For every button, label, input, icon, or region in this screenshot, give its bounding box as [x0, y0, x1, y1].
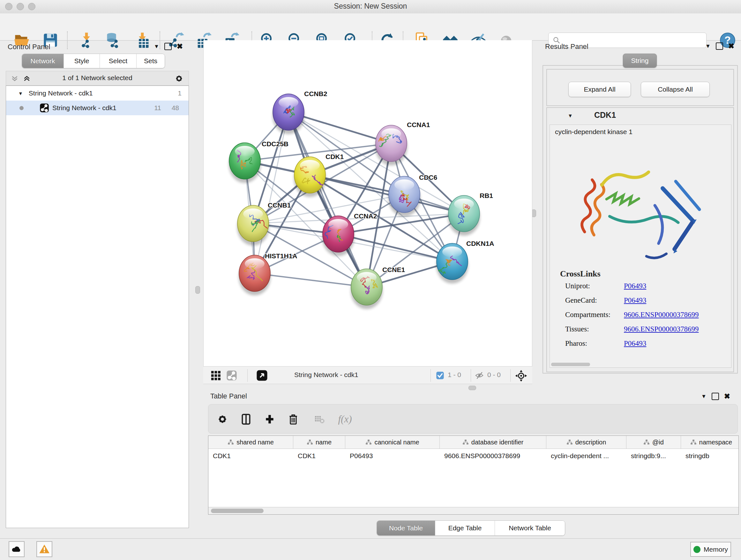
- tab-style[interactable]: Style: [64, 54, 100, 68]
- warning-button[interactable]: [37, 541, 52, 557]
- column-header-canonical-name[interactable]: canonical name: [345, 436, 440, 449]
- node-HIST1H1A[interactable]: [239, 255, 271, 295]
- network-node-count: 11: [154, 104, 161, 112]
- table-cell: CDK1: [208, 449, 293, 463]
- splitter-handle-bottom[interactable]: [468, 386, 476, 390]
- node-CCNE1[interactable]: [351, 269, 383, 309]
- results-close-icon[interactable]: ✖: [728, 43, 734, 49]
- fit-content-crosshair-icon[interactable]: [515, 369, 528, 382]
- crosslink-link[interactable]: P06493: [624, 296, 646, 305]
- crosslink-link[interactable]: P06493: [624, 339, 646, 348]
- network-view-icon[interactable]: [226, 370, 237, 381]
- crosslink-label: GeneCard:: [565, 296, 597, 305]
- node-CDC6[interactable]: [388, 176, 420, 216]
- birdseye-view-icon[interactable]: [256, 370, 268, 381]
- node-label-RB1: RB1: [480, 192, 493, 199]
- table-hscrollbar[interactable]: [208, 507, 738, 514]
- network-row[interactable]: String Network - cdk1 11 48: [6, 101, 189, 115]
- node-CDK1[interactable]: [294, 157, 326, 197]
- crosslink-link[interactable]: P06493: [624, 282, 646, 290]
- table-cell: CDK1: [293, 449, 345, 463]
- gene-details-box: cyclin-dependent kinase 1 CrossLinks: [549, 125, 731, 368]
- add-column-icon[interactable]: [261, 411, 278, 428]
- memory-label: Memory: [704, 546, 728, 553]
- memory-status-dot: [693, 546, 700, 553]
- edge-CCNB2-CCNE1[interactable]: [288, 112, 367, 287]
- column-header--id[interactable]: @id: [626, 436, 681, 449]
- node-label-CDKN1A: CDKN1A: [466, 240, 494, 247]
- node-CCNB1[interactable]: [237, 205, 269, 246]
- network-selection-count: 1 of 1 Network selected: [6, 74, 189, 82]
- delete-table-icon: [311, 411, 328, 428]
- edge-HIST1H1A-CCNE1[interactable]: [255, 273, 367, 287]
- tab-select[interactable]: Select: [100, 54, 137, 68]
- memory-button[interactable]: Memory: [690, 542, 731, 557]
- table-cell: stringdb: [681, 449, 739, 463]
- tab-string[interactable]: String: [623, 54, 657, 68]
- table-float-icon[interactable]: ▼: [701, 393, 706, 400]
- function-builder-fx: f(x): [332, 411, 358, 428]
- footer-statusbar: Memory: [0, 538, 741, 560]
- tab-network[interactable]: Network: [22, 54, 64, 68]
- hidden-eye-icon: [475, 371, 484, 380]
- results-panel: Results Panel ▼ ✖ String Expand All Coll…: [537, 40, 741, 391]
- results-maximize-icon[interactable]: [716, 43, 723, 50]
- column-header-namespace[interactable]: namespace: [681, 436, 739, 449]
- node-RB1[interactable]: [448, 195, 480, 236]
- node-label-CDK1: CDK1: [326, 153, 344, 160]
- node-CCNA1[interactable]: [375, 125, 407, 165]
- network-name: String Network - cdk1: [52, 104, 117, 112]
- collection-name: String Network - cdk1: [29, 89, 93, 97]
- column-header-name[interactable]: name: [293, 436, 345, 449]
- column-header-database-identifier[interactable]: database identifier: [440, 436, 546, 449]
- column-header-shared-name[interactable]: shared name: [208, 436, 293, 449]
- network-canvas[interactable]: CCNB2CCNA1CDC25BCDK1CDC6RB1CCNB1CCNA2CDK…: [203, 40, 532, 366]
- protein-structure-image: [562, 141, 719, 279]
- cloud-icon: [11, 543, 22, 555]
- node-CCNA2[interactable]: [322, 216, 354, 256]
- node-CDC25B[interactable]: [229, 143, 261, 183]
- table-hscrollbar-thumb[interactable]: [211, 509, 264, 513]
- table-gear-icon[interactable]: [214, 411, 231, 428]
- grid-view-icon[interactable]: [210, 370, 221, 381]
- node-CDKN1A[interactable]: [436, 243, 468, 284]
- table-row[interactable]: CDK1CDK1P064939606.ENSP00000378699cyclin…: [208, 449, 738, 463]
- results-float-icon[interactable]: ▼: [705, 43, 711, 50]
- tab-sets[interactable]: Sets: [137, 54, 165, 68]
- tab-network-table[interactable]: Network Table: [495, 521, 565, 536]
- node-label-CCNE1: CCNE1: [382, 266, 405, 273]
- panel-maximize-icon[interactable]: [164, 43, 172, 50]
- table-cell: 9606.ENSP00000378699: [440, 449, 546, 463]
- panel-float-icon[interactable]: ▼: [154, 44, 159, 50]
- expand-all-button[interactable]: Expand All: [568, 82, 631, 97]
- node-CCNB2[interactable]: [273, 94, 305, 134]
- delete-column-trash-icon[interactable]: [285, 411, 301, 428]
- panel-close-icon[interactable]: ✖: [177, 44, 183, 50]
- current-network-dot-icon: [19, 106, 23, 110]
- cloud-button[interactable]: [9, 541, 24, 557]
- collection-count: 1: [178, 89, 182, 97]
- table-maximize-icon[interactable]: [712, 393, 719, 400]
- tab-edge-table[interactable]: Edge Table: [435, 521, 495, 536]
- gene-description: cyclin-dependent kinase 1: [555, 128, 632, 136]
- results-scrollbar-thumb[interactable]: [551, 363, 590, 366]
- tree-expand-icon[interactable]: ▼: [18, 91, 23, 96]
- window-titlebar: Session: New Session: [0, 0, 741, 14]
- crosslink-link[interactable]: 9606.ENSP00000378699: [624, 311, 699, 319]
- edge-CCNB2-HIST1H1A[interactable]: [255, 112, 288, 273]
- column-header-description[interactable]: description: [546, 436, 626, 449]
- tab-node-table[interactable]: Node Table: [377, 521, 435, 536]
- control-panel-title: Control Panel: [8, 43, 50, 51]
- show-columns-icon[interactable]: [238, 411, 254, 428]
- table-close-icon[interactable]: ✖: [724, 393, 730, 399]
- node-label-CCNA1: CCNA1: [407, 121, 430, 128]
- splitter-handle-left[interactable]: [195, 286, 200, 294]
- results-panel-title: Results Panel: [545, 43, 589, 51]
- network-collection-row[interactable]: ▼ String Network - cdk1 1: [6, 86, 189, 101]
- gear-icon[interactable]: [174, 73, 184, 84]
- collapse-all-button[interactable]: Collapse All: [641, 82, 710, 97]
- table-cell: stringdb:9...: [626, 449, 681, 463]
- gene-symbol: CDK1: [594, 111, 616, 120]
- gene-collapse-icon[interactable]: ▼: [568, 113, 573, 119]
- crosslink-link[interactable]: 9606.ENSP00000378699: [624, 325, 699, 333]
